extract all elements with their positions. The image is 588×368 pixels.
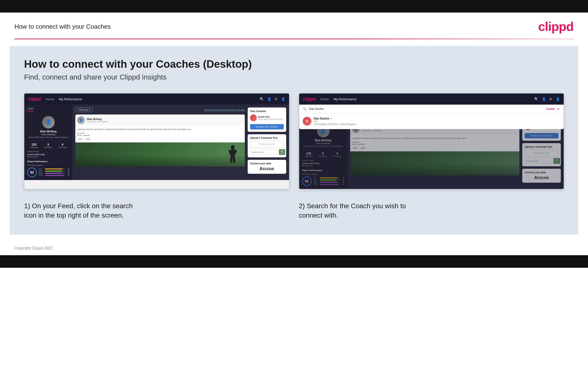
user-stats-1: 131 Activities 3 Followers 4 Following xyxy=(27,143,70,148)
latest-activity-name: Lesson with Fordy xyxy=(27,153,70,156)
app-logo-2: clippd xyxy=(303,97,316,102)
search-icon-2[interactable]: 🔍 xyxy=(534,97,538,101)
post-user-info-1: Blair McHarg Yesterday · Sunningdale xyxy=(87,118,108,123)
post-tag-app: APP xyxy=(85,138,91,140)
app-nav-1: clippd Home My Performance 🔍 👤 ⚙ 👤 xyxy=(24,93,289,105)
search-close-btn[interactable]: ✕ xyxy=(557,107,560,111)
post-user-meta-1: Yesterday · Sunningdale xyxy=(87,120,108,123)
main-title: How to connect with your Coaches (Deskto… xyxy=(24,58,564,70)
top-bar xyxy=(0,0,588,12)
bar-arg-track xyxy=(45,173,65,174)
search-results-dropdown: D Dan Davies ✓ Pro Sunningdale Golf Club… xyxy=(299,113,564,129)
arccos-logo-2: Arccos xyxy=(525,175,558,180)
add-link-btn-2[interactable]: Add Link xyxy=(553,158,560,164)
trackman-section-1: Upload a Trackman Test Trackman Link Add… xyxy=(248,134,286,157)
footer-copyright: Copyright Clippd 2022 xyxy=(14,246,53,250)
trackman-placeholder-2: Trackman Link xyxy=(525,150,558,157)
app-body-1: Feed 👤 Blair McHarg Plus Handicap Royal … xyxy=(24,105,289,180)
screenshots-row: clippd Home My Performance 🔍 👤 ⚙ 👤 Feed xyxy=(24,93,564,189)
nav-icons-2: 🔍 👤 ⚙ 👤 xyxy=(534,97,560,101)
feed-control-bar-1: Following ▾ Control who can see your act… xyxy=(75,108,245,112)
nav-performance-1[interactable]: My Performance xyxy=(59,97,82,101)
app-logo-1: clippd xyxy=(28,97,41,102)
coach-club-1: Royal North Devon Golf Club xyxy=(258,118,283,120)
main-content: How to connect with your Coaches (Deskto… xyxy=(10,46,578,234)
step-1-text: 1) On your Feed, click on the searchicon… xyxy=(24,201,289,220)
post-card-1: 👤 Blair McHarg Yesterday · Sunningdale L… xyxy=(75,114,245,166)
result-info-1: Dan Davies ✓ Pro Sunningdale Golf Club, … xyxy=(314,117,356,126)
bar-putt-label: PUTT xyxy=(39,175,44,176)
header-divider xyxy=(14,38,574,39)
user-icon-2[interactable]: 👤 xyxy=(542,97,546,101)
trackman-input-2[interactable] xyxy=(525,158,553,164)
settings-icon[interactable]: ⚙ xyxy=(275,97,278,101)
coach-item-1: David Ford Royal North Devon Golf Club xyxy=(250,114,284,121)
svg-rect-4 xyxy=(230,156,233,163)
app-sidebar-1: Feed 👤 Blair McHarg Plus Handicap Royal … xyxy=(24,105,72,180)
svg-rect-1 xyxy=(231,149,235,156)
app-feed-1: Following ▾ Control who can see your act… xyxy=(72,105,289,180)
bar-arg-label: ARG xyxy=(39,172,44,174)
step-1: 1) On your Feed, click on the searchicon… xyxy=(24,201,289,220)
app-ui-1: clippd Home My Performance 🔍 👤 ⚙ 👤 Feed xyxy=(24,93,289,180)
bar-app-val: 85 xyxy=(66,170,70,172)
coaches-section-1: Your Coaches David Ford Royal North Devo… xyxy=(248,108,286,132)
player-performance-2: Player Performance Total Player Quality … xyxy=(302,169,344,186)
user-hcp-1: Plus Handicap xyxy=(27,133,70,136)
post-tag-off: OTT xyxy=(77,138,84,140)
search-overlay-wrapper: 🔍 Dan Davies CLEAR ✕ D Dan Davies ✓ xyxy=(299,105,564,113)
post-text-1: Looking to feel like my hands are exitin… xyxy=(77,128,243,131)
user-profile-1: 👤 Blair McHarg Plus Handicap Royal North… xyxy=(27,113,70,141)
add-link-btn-1[interactable]: Add Link xyxy=(279,149,285,155)
step-2: 2) Search for the Coach you wish toconne… xyxy=(299,201,564,220)
post-duration-1: Duration01 hr : 30 min xyxy=(77,132,243,136)
coach-info-1: David Ford Royal North Devon Golf Club xyxy=(258,116,283,120)
perf-bar-arg: ARG 86 xyxy=(39,172,70,174)
verified-badge: ✓ xyxy=(330,117,332,120)
avatar-icon-2[interactable]: 👤 xyxy=(556,97,560,101)
manage-coaches-btn-1[interactable]: Manage Your Coaches xyxy=(250,124,284,129)
nav-home-1[interactable]: Home xyxy=(46,97,54,101)
bar-putt-fill xyxy=(45,175,64,176)
following-button-1[interactable]: Following ▾ xyxy=(75,108,93,112)
user-icon[interactable]: 👤 xyxy=(267,97,271,101)
coach-name-1: David Ford xyxy=(258,116,283,118)
search-clear-btn[interactable]: CLEAR xyxy=(546,108,554,110)
avatar-1: 👤 xyxy=(42,116,55,129)
post-image-overlay-1 xyxy=(75,142,245,166)
trackman-input-1[interactable] xyxy=(250,149,278,155)
latest-activity-label: Latest Activity xyxy=(27,150,70,153)
result-role-1: Pro xyxy=(314,120,356,123)
search-input-mock[interactable]: Dan Davies xyxy=(309,107,544,110)
nav-performance-2[interactable]: My Performance xyxy=(333,97,356,101)
app-nav-2: clippd Home My Performance 🔍 👤 ⚙ 👤 xyxy=(299,93,564,105)
latest-activity-date: 03 Aug 2022 xyxy=(27,156,70,158)
control-link-1[interactable]: Control who can see your activity and da… xyxy=(204,109,245,111)
bar-app-label: APP xyxy=(39,170,44,172)
stat-activities-num: 131 xyxy=(30,143,38,146)
manage-coaches-btn-2[interactable]: Manage Your Coaches xyxy=(525,133,558,138)
bar-ott-label: OTT xyxy=(39,168,44,170)
page-title: How to connect with your Coaches xyxy=(14,23,111,30)
stat-followers: 3 Followers xyxy=(44,143,52,148)
user-club-2: Royal North Devon Golf Club, United King… xyxy=(302,145,344,147)
nav-home-2[interactable]: Home xyxy=(321,97,329,101)
result-avatar-1: D xyxy=(303,117,311,126)
bar-arg-val: 86 xyxy=(66,172,70,174)
perf-content-1: 92 OTT 90 APP xyxy=(27,167,70,177)
avatar-icon[interactable]: 👤 xyxy=(281,97,285,101)
search-icon[interactable]: 🔍 xyxy=(260,97,264,101)
score-circle-1: 92 xyxy=(27,167,37,177)
bar-putt-val: 96 xyxy=(66,175,70,176)
latest-activity-2: Latest Activity Lesson with Fordy 03 Aug… xyxy=(302,159,344,167)
trackman-title-1: Upload a Trackman Test xyxy=(250,137,284,139)
player-performance-1: Player Performance Total Player Quality … xyxy=(27,160,70,177)
settings-icon-2[interactable]: ⚙ xyxy=(549,97,552,101)
coaches-title-1: Your Coaches xyxy=(250,110,284,112)
user-hcp-2: Plus Handicap xyxy=(302,142,344,145)
search-result-item-1[interactable]: D Dan Davies ✓ Pro Sunningdale Golf Club… xyxy=(301,115,562,127)
search-bar-container: 🔍 Dan Davies CLEAR ✕ xyxy=(299,105,564,113)
trackman-input-row-1: Add Link xyxy=(250,149,284,155)
bar-ott-fill xyxy=(45,168,63,169)
user-stats-2: 131Activities 3Followers 4Following xyxy=(302,152,344,157)
